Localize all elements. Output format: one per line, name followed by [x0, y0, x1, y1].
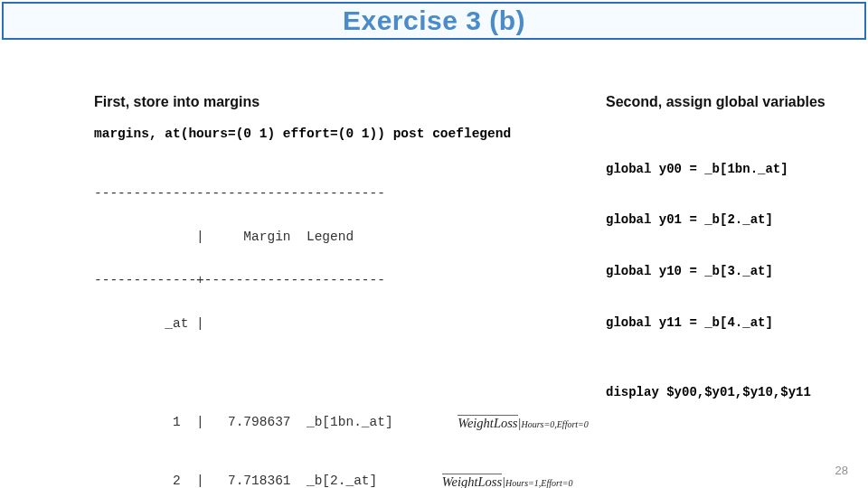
formula: WeightLoss|Hours=1,Effort=0: [402, 456, 572, 489]
hat-text: WeightLoss: [458, 415, 517, 431]
at-label: _at |: [94, 316, 600, 331]
table-row: 2 | 7.718361 _b[2._at] WeightLoss|Hours=…: [94, 465, 600, 488]
formula-sub: Hours=0,Effort=0: [522, 419, 589, 429]
row-values: 2 | 7.718361 _b[2._at]: [94, 474, 377, 488]
left-column: First, store into margins margins, at(ho…: [94, 94, 600, 488]
page-title: Exercise 3 (b): [343, 5, 525, 35]
table-row: 1 | 7.798637 _b[1bn._at] WeightLoss|Hour…: [94, 407, 600, 436]
page-number: 28: [835, 464, 848, 477]
global-commands: global y00 = _b[1bn._at] global y01 = _b…: [606, 127, 859, 365]
rule-mid: -------------+-----------------------: [94, 273, 600, 287]
rule-top: -------------------------------------: [94, 186, 600, 201]
content-area: First, store into margins margins, at(ho…: [0, 40, 868, 94]
hat-text: WeightLoss: [442, 474, 502, 489]
global-line: global y10 = _b[3._at]: [606, 263, 859, 280]
table-rows: 1 | 7.798637 _b[1bn._at] WeightLoss|Hour…: [94, 378, 600, 488]
margins-output: ------------------------------------- | …: [94, 157, 600, 488]
display-command: display $y00,$y01,$y10,$y11: [606, 385, 859, 399]
global-line: global y01 = _b[2._at]: [606, 211, 859, 229]
formula-sub: Hours=1,Effort=0: [505, 478, 572, 488]
margins-command: margins, at(hours=(0 1) effort=(0 1)) po…: [94, 127, 600, 141]
formula: WeightLoss|Hours=0,Effort=0: [419, 398, 589, 446]
global-line: global y00 = _b[1bn._at]: [606, 161, 859, 178]
row-values: 1 | 7.798637 _b[1bn._at]: [94, 415, 393, 429]
title-bar: Exercise 3 (b): [2, 2, 866, 40]
left-heading: First, store into margins: [94, 94, 600, 110]
right-heading: Second, assign global variables: [606, 94, 859, 110]
global-line: global y11 = _b[4._at]: [606, 314, 859, 332]
right-column: Second, assign global variables global y…: [606, 94, 859, 399]
table-header: | Margin Legend: [94, 230, 600, 244]
